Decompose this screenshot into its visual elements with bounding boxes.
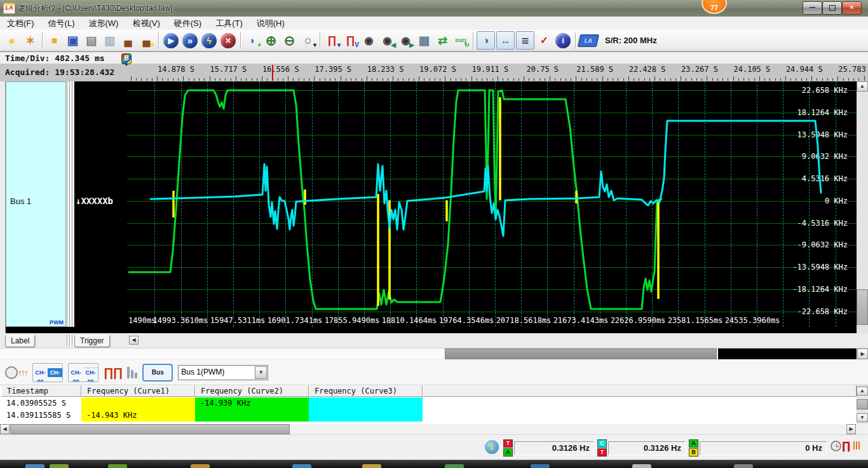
windows-taskbar[interactable] [0,460,868,468]
hscroll-right-button[interactable]: ▶ [857,348,868,359]
table-header[interactable]: Frequency (Curve3) [309,385,423,397]
instant-capture-icon[interactable]: ϟ [201,33,217,48]
find-icon[interactable]: ◉ [360,32,377,49]
bus-decode-icon[interactable]: Bus [142,364,173,382]
panel-splitter[interactable] [66,81,74,333]
marker-b-flag[interactable]: B [121,53,132,64]
zoom-in-icon[interactable]: ⊕ [262,32,280,49]
hscroll-thumb[interactable] [445,348,717,359]
bus-label-panel[interactable]: Bus 1 PWM [6,81,66,327]
ruler-tick [628,76,629,81]
waveform-plot[interactable]: 22.658 KHz18.1264 KHz13.5948 KHz9.0632 K… [127,81,857,333]
table-hscroll-left-button[interactable]: ◀ [0,424,10,434]
waveform-vscrollbar[interactable]: ▲ ▼ [857,81,868,347]
table-header[interactable]: Timestamp [1,385,81,397]
taskbar-icon[interactable] [108,464,127,468]
trigger-level-icon[interactable]: ∏V [342,32,359,49]
zoom-select-icon[interactable]: ○▾ [299,32,316,49]
ruler-tick [529,78,529,81]
table-header[interactable]: Frequency (Curve1) [81,385,195,397]
goto-trigger-icon[interactable]: ∏▾ [323,32,341,49]
add-marker-icon[interactable]: ◗+ [244,32,261,49]
channel-pair-a-button[interactable]: CH-00 CH-01 [32,363,63,382]
menu-item[interactable]: 文档(F) [0,18,41,29]
hint-icon[interactable]: ● [3,32,20,49]
vscroll-thumb[interactable] [857,289,868,325]
data-clock-icon[interactable]: 0101↻ [452,32,470,49]
taskbar-icon[interactable] [445,464,464,468]
table-header[interactable]: Frequency (Curve2) [195,385,309,397]
waveform-hscrollbar[interactable]: ▶ [0,348,868,359]
print-icon[interactable]: ▤ [83,32,100,49]
tab-scroll-left-button[interactable]: ◀ [129,336,139,345]
briefcase-icon[interactable]: ▄ [119,32,137,49]
dropdown-arrow-icon[interactable]: ▼ [255,366,267,379]
table-scroll-up-button[interactable]: ▲ [857,387,868,396]
minimize-button[interactable]: — [803,1,822,15]
tab-splitter[interactable] [66,334,74,346]
menu-item[interactable]: 波形(W) [82,18,126,29]
menu-item[interactable]: 信号(L) [41,18,82,29]
tab-trigger[interactable]: Trigger [74,335,110,347]
start-capture-icon[interactable]: ▶ [163,33,179,48]
channel-pair-b-button[interactable]: CH-00 CH-00 [68,363,98,382]
table-vscroll-thumb[interactable] [857,399,868,410]
pulse-edges-icon[interactable]: ∏∏ [104,366,122,380]
save-icon[interactable]: ▣ [64,32,81,49]
ruler-tick [372,78,372,81]
menu-item[interactable]: 工具(T) [208,18,250,29]
bars-status-icon[interactable] [853,441,861,450]
table-vscrollbar[interactable]: ▲ ▼ [857,385,868,423]
table-hscroll-thumb[interactable] [10,424,290,434]
copy-icon[interactable]: ▥ [101,32,118,49]
pan-view-icon[interactable]: ↔ [496,31,515,50]
tab-label[interactable]: Label [5,335,35,347]
taskbar-icon[interactable] [25,464,44,468]
stop-icon[interactable]: ✕ [220,33,236,48]
taskbar-icon[interactable] [191,464,210,468]
table-row[interactable]: 14.039115585 S-14.943 KHz [0,410,857,422]
repeat-capture-icon[interactable]: » [182,33,198,48]
table-hscrollbar[interactable]: ◀ ▶ [0,424,868,434]
time-ruler[interactable]: Acquired: 19:53:28.432 14.878 S15.717 S1… [0,64,868,82]
find-prev-icon[interactable]: ◉◀ [379,32,396,49]
taskbar-icon[interactable] [531,464,550,468]
pulse-status-icon[interactable]: ∏ [842,439,850,452]
table-hscroll-right-button[interactable]: ▶ [846,424,856,434]
info-icon[interactable]: i [555,33,571,48]
toolbar-separator [240,32,241,49]
wizard-icon[interactable]: ✶ [22,32,39,49]
taskbar-icon[interactable] [632,464,651,468]
table-row[interactable]: 14.03905525 S-14.939 KHz [0,397,857,410]
ruler-tick [367,76,367,81]
find-next-icon[interactable]: ◉▶ [397,32,414,49]
timing-view-icon[interactable]: ◑ [477,31,495,50]
export-table-icon[interactable]: ▦ [416,32,433,49]
taskbar-icon[interactable] [50,464,69,468]
restore-button[interactable] [822,1,842,15]
menu-item[interactable]: 说明(H) [250,18,292,29]
sync-users-icon[interactable]: ⇄ [434,32,451,49]
taskbar-icon[interactable] [734,464,753,468]
list-view-icon[interactable]: ≡ [516,31,534,50]
globe-download-icon[interactable]: ⇓ [485,440,499,454]
la-device-icon[interactable]: LA [578,34,599,47]
taskbar-icon[interactable] [362,464,381,468]
zoom-out-icon[interactable]: ⊖ [281,32,298,49]
table-header[interactable] [423,385,857,397]
histogram-icon[interactable] [127,367,137,378]
clock-icon[interactable] [831,441,841,451]
timing-quick-icon[interactable]: ↑↑↑ [5,366,27,379]
scroll-up-button[interactable]: ▲ [857,81,868,92]
menu-item[interactable]: 检视(V) [125,18,166,29]
briefcase-star-icon[interactable]: ▄✶ [138,32,155,49]
menu-item[interactable]: 硬件(S) [167,18,208,29]
table-scroll-down-button[interactable]: ▼ [857,413,868,422]
ruler-tick [283,78,283,81]
close-button[interactable]: ✕ [842,1,862,15]
open-file-icon[interactable]: ■ [46,32,63,49]
bus-selector-dropdown[interactable]: Bus 1(PWM) ▼ [178,365,268,380]
taskbar-icon[interactable] [292,464,311,468]
report-icon[interactable]: ✓ [536,32,553,49]
ruler-tick [817,78,817,81]
